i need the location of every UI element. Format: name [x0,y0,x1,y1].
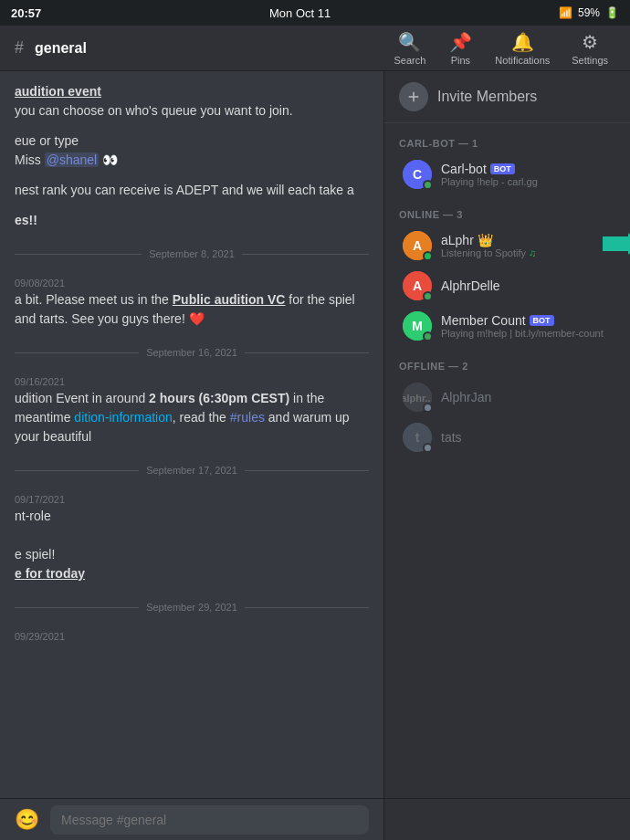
spotify-icon: ♫ [529,247,536,258]
message-input[interactable] [50,805,369,835]
member-name: AlphrJan [441,390,612,404]
message-text: you can choose on who's queue you want t… [15,101,369,121]
message-timestamp: 09/29/2021 [15,631,369,642]
emoji-button[interactable]: 😊 [15,808,39,832]
search-label: Search [394,55,425,66]
member-item-alphrdelle[interactable]: A AlphrDelle [388,266,626,306]
svg-text:M: M [412,319,423,333]
svg-text:A: A [413,238,422,253]
avatar-container: t [403,423,432,452]
section-header-offline: OFFLINE — 2 [384,346,630,377]
avatar-container: M [403,311,432,341]
svg-marker-4 [603,233,630,255]
message-timestamp: 09/16/2021 [15,376,369,387]
arrow-indicator [603,233,630,255]
message-text: e for troday [15,564,369,583]
channel-link[interactable]: Public audition VC [173,292,286,307]
channel-mention[interactable]: #rules [230,410,265,425]
message-text: audition event [15,82,369,101]
member-item-alphrjan[interactable]: alphr... AlphrJan [388,377,626,417]
avatar-container: A [403,231,432,260]
status-dot-online [423,331,433,341]
section-header-online: ONLINE — 3 [384,194,630,226]
status-date: Mon Oct 11 [269,6,331,20]
divider-date: September 17, 2021 [146,465,237,476]
member-name: AlphrDelle [441,278,612,293]
status-dot-online [423,180,433,190]
invite-icon [399,82,428,111]
channel-link[interactable]: dition-information [74,410,172,425]
date-divider: September 17, 2021 [15,465,369,476]
message-text: udition Event in around 2 hours (6:30pm … [15,389,369,446]
svg-text:A: A [413,278,422,293]
divider-line [15,607,139,608]
channel-title-area: # general [15,38,87,58]
message-text [15,526,369,545]
invite-members-button[interactable]: Invite Members [384,71,630,123]
divider-date: September 29, 2021 [146,602,237,613]
crown-icon: 👑 [478,233,493,247]
member-item-membercount[interactable]: M Member Count BOT Playing m!help | bit.… [388,306,626,346]
message-text: nt-role [15,507,369,526]
notifications-button[interactable]: 🔔 Notifications [488,27,557,69]
right-panel: Invite Members CARL-BOT — 1 C Carl-bot B… [383,71,630,798]
wifi-icon: 📶 [559,6,572,19]
member-info: Carl-bot BOT Playing !help - carl.gg [441,162,612,187]
settings-label: Settings [572,55,608,66]
section-header-carlbot: CARL-BOT — 1 [384,123,630,154]
member-info: AlphrJan [441,390,612,404]
status-dot-online [423,291,433,301]
member-info: AlphrDelle [441,278,612,293]
message-text: eue or type [15,131,369,151]
message-text [15,644,369,663]
message-text: nest rank you can receive is ADEPT and w… [15,181,369,200]
status-bar: 20:57 Mon Oct 11 📶 59% 🔋 [0,0,630,26]
date-divider: September 8, 2021 [15,248,369,259]
member-name: tats [441,430,612,445]
message-group: audition event you can choose on who's q… [0,79,383,124]
divider-line [245,607,369,608]
member-info: Member Count BOT Playing m!help | bit.ly… [441,313,612,339]
message-text: a bit. Please meet us in the Public audi… [15,290,369,329]
mention: @shanel [45,152,99,167]
main-layout: audition event you can choose on who's q… [0,71,630,798]
message-timestamp: 09/17/2021 [15,494,369,505]
channel-hash-icon: # [15,38,24,58]
bot-badge: BOT [490,163,515,174]
divider-line [15,352,139,353]
member-status: Playing m!help | bit.ly/member-count [441,328,612,339]
member-item-alphr[interactable]: A aLphr 👑 Listening to Spotify ♫ [388,226,626,266]
message-text: es!! [15,211,369,230]
status-dot-listening [423,251,433,261]
chat-area[interactable]: audition event you can choose on who's q… [0,71,383,798]
avatar-container: C [403,160,432,189]
message-timestamp: 09/08/2021 [15,278,369,289]
notifications-icon: 🔔 [511,31,534,53]
settings-button[interactable]: ⚙ Settings [564,27,615,69]
member-item-tats[interactable]: t tats [388,417,626,457]
status-dot-offline [423,403,433,413]
message-group: 09/08/2021 a bit. Please meet us in the … [0,274,383,332]
search-button[interactable]: 🔍 Search [386,27,433,69]
message-bold: audition event [15,84,101,99]
avatar-container: A [403,271,432,300]
member-info: aLphr 👑 Listening to Spotify ♫ [441,233,612,258]
message-text: e spiel! [15,545,369,564]
member-item-carlbot[interactable]: C Carl-bot BOT Playing !help - carl.gg [388,154,626,194]
bottom-bar: 😊 [0,798,630,840]
status-time: 20:57 [11,6,41,20]
pins-icon: 📌 [449,31,472,53]
divider-line [245,352,369,353]
svg-text:t: t [415,430,420,445]
status-dot-offline [423,443,433,453]
member-status: Playing !help - carl.gg [441,176,612,187]
divider-line [242,254,369,255]
bot-badge: BOT [530,315,554,326]
message-group: nest rank you can receive is ADEPT and w… [0,177,383,204]
divider-line [15,254,142,255]
notifications-label: Notifications [495,55,550,66]
divider-date: September 8, 2021 [149,248,235,259]
member-name: aLphr 👑 [441,233,612,247]
pins-button[interactable]: 📌 Pins [440,27,480,69]
date-divider: September 16, 2021 [15,347,369,358]
